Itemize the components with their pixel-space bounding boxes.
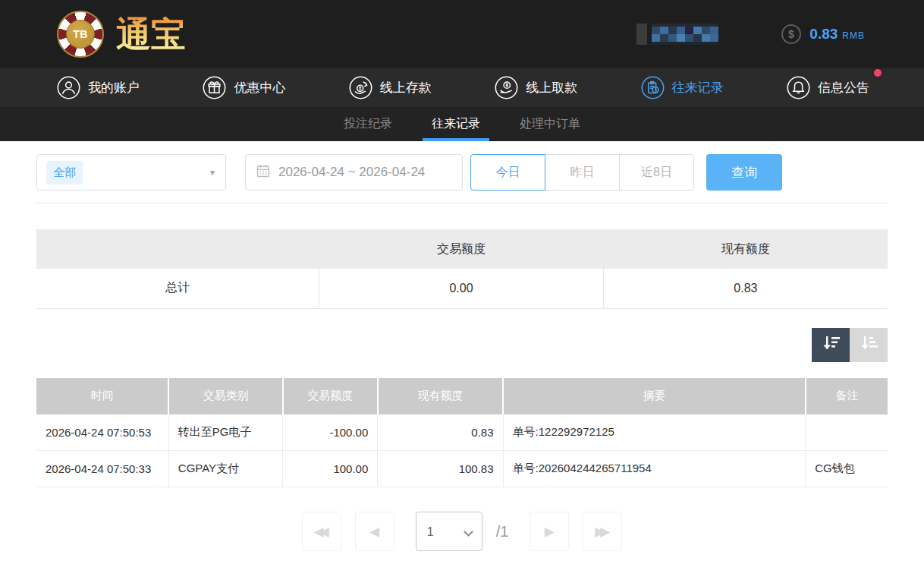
tab-transaction-records[interactable]: 往来记录	[429, 107, 483, 141]
sort-descending-icon	[821, 334, 841, 355]
withdraw-hand-icon	[495, 76, 518, 99]
bell-icon	[787, 76, 810, 99]
pixelated-username-icon	[636, 22, 734, 46]
query-button[interactable]: 查询	[706, 154, 782, 191]
cell-summary: 单号:202604244265711954	[503, 451, 806, 487]
next-page-button[interactable]: ▶	[530, 512, 569, 551]
notification-badge	[874, 69, 882, 77]
records-header-row: 时间 交易类别 交易额度 现有额度 摘要 备注	[36, 378, 888, 414]
col-type: 交易类别	[168, 378, 282, 414]
next-page-icon: ▶	[545, 524, 555, 540]
page-select[interactable]: 1	[416, 512, 482, 550]
nav-label: 线上存款	[380, 79, 432, 96]
tab-betting-records[interactable]: 投注纪录	[341, 107, 395, 141]
first-page-icon: ◀◀	[314, 524, 325, 540]
main-navigation: 我的账户 优惠中心 线上存款	[0, 68, 924, 107]
nav-label: 往来记录	[672, 79, 724, 96]
table-row: 2026-04-24 07:50:53 转出至PG电子 -100.00 0.83…	[36, 414, 888, 451]
previous-page-icon: ◀	[369, 524, 379, 540]
col-balance: 现有额度	[378, 378, 503, 414]
records-clipboard-icon	[641, 76, 665, 99]
deposit-hand-icon	[349, 76, 372, 99]
filter-bar: 全部 ▼ 2026-04-24 ~ 2026-04-24 今日 昨日 近8日 查	[36, 154, 888, 191]
balance-amount: 0.83	[809, 26, 838, 43]
gift-icon	[203, 76, 226, 99]
summary-header-current-balance: 现有额度	[603, 229, 888, 269]
nav-item-transaction-records[interactable]: 往来记录	[641, 76, 724, 99]
last-8-days-button[interactable]: 近8日	[619, 154, 694, 191]
nav-item-promotions[interactable]: 优惠中心	[203, 76, 285, 99]
table-row: 2026-04-24 07:50:33 CGPAY支付 100.00 100.8…	[36, 451, 888, 487]
nav-item-my-account[interactable]: 我的账户	[57, 76, 140, 99]
nav-label: 线上取款	[526, 79, 577, 96]
main-content: 全部 ▼ 2026-04-24 ~ 2026-04-24 今日 昨日 近8日 查	[0, 154, 924, 551]
date-range-picker[interactable]: 2026-04-24 ~ 2026-04-24	[245, 154, 463, 191]
sort-ascending-icon	[859, 334, 879, 355]
col-summary: 摘要	[503, 378, 806, 414]
records-table: 时间 交易类别 交易额度 现有额度 摘要 备注 2026-04-24 07:50…	[36, 378, 888, 488]
nav-label: 信息公告	[818, 79, 869, 96]
balance-currency: RMB	[842, 27, 865, 41]
top-header: TB 通宝	[0, 0, 924, 68]
page-select-wrap: 1	[416, 512, 482, 551]
chip-monogram: TB	[66, 20, 95, 49]
date-range-value: 2026-04-24 ~ 2026-04-24	[278, 165, 425, 180]
col-time: 时间	[36, 378, 168, 414]
svg-text:$: $	[788, 28, 794, 40]
user-icon	[57, 76, 80, 99]
nav-item-withdraw[interactable]: 线上取款	[495, 76, 577, 99]
section-divider	[36, 203, 888, 203]
last-page-icon: ▶▶	[595, 524, 605, 540]
first-page-button[interactable]: ◀◀	[302, 512, 341, 551]
username-redacted	[636, 22, 734, 46]
col-amount: 交易额度	[283, 378, 378, 414]
pagination: ◀◀ ◀ 1 /1 ▶ ▶▶	[36, 512, 888, 551]
quick-date-buttons: 今日 昨日 近8日	[470, 154, 694, 191]
cell-note: CG钱包	[806, 451, 888, 487]
yesterday-button[interactable]: 昨日	[545, 154, 620, 191]
cell-type: CGPAY支付	[168, 451, 282, 487]
col-note: 备注	[806, 378, 888, 414]
summary-total-row: 总计 0.00 0.83	[36, 269, 888, 308]
brand-name: 通宝	[116, 17, 186, 52]
sort-controls	[36, 328, 888, 362]
brand-logo[interactable]: TB 通宝	[57, 11, 186, 58]
cell-amount: -100.00	[283, 414, 378, 451]
tab-processing-orders[interactable]: 处理中订单	[517, 107, 583, 141]
cell-note	[806, 414, 888, 451]
nav-item-announcements[interactable]: 信息公告	[787, 76, 869, 99]
balance-display[interactable]: $ 0.83 RMB	[781, 24, 865, 45]
user-area: $ 0.83 RMB	[636, 22, 865, 46]
cell-time: 2026-04-24 07:50:33	[36, 451, 168, 487]
selected-type-tag[interactable]: 全部	[46, 161, 83, 184]
summary-header-transaction-amount: 交易额度	[319, 229, 604, 269]
summary-header-empty	[36, 229, 319, 269]
previous-page-button[interactable]: ◀	[355, 512, 394, 551]
calendar-icon	[256, 163, 271, 181]
type-select[interactable]: 全部 ▼	[36, 154, 226, 191]
nav-item-deposit[interactable]: 线上存款	[349, 76, 432, 99]
nav-label: 优惠中心	[234, 79, 285, 96]
nav-label: 我的账户	[88, 79, 140, 96]
page-total-label: /1	[496, 523, 509, 541]
summary-total-label: 总计	[36, 269, 319, 308]
last-page-button[interactable]: ▶▶	[583, 512, 622, 551]
cell-time: 2026-04-24 07:50:53	[36, 414, 168, 451]
summary-table: 交易额度 现有额度 总计 0.00 0.83	[36, 229, 888, 309]
sort-descending-button[interactable]	[812, 328, 850, 362]
summary-transaction-amount: 0.00	[319, 269, 604, 308]
cell-type: 转出至PG电子	[168, 414, 282, 451]
sub-navigation: 投注纪录 往来记录 处理中订单	[0, 107, 924, 141]
cell-balance: 100.83	[378, 451, 503, 487]
summary-current-balance: 0.83	[603, 269, 888, 308]
today-button[interactable]: 今日	[470, 154, 545, 191]
cell-summary: 单号:122292972125	[503, 414, 806, 451]
dollar-coin-icon: $	[781, 24, 802, 45]
cell-amount: 100.00	[283, 451, 378, 487]
sort-ascending-button[interactable]	[850, 328, 888, 362]
poker-chip-logo-icon: TB	[57, 11, 104, 58]
summary-header-row: 交易额度 现有额度	[36, 229, 888, 269]
caret-down-icon: ▼	[209, 169, 216, 177]
cell-balance: 0.83	[378, 414, 503, 451]
